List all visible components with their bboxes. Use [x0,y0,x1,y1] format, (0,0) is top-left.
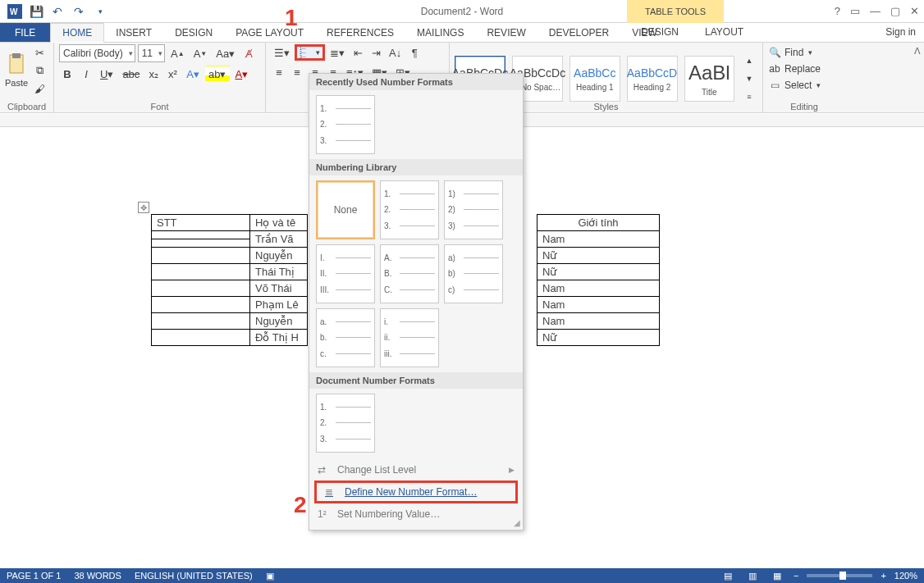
define-icon: ≣ [325,486,338,498]
editing-group-label: Editing [763,102,845,112]
zoom-in-icon[interactable]: + [881,571,885,581]
bullets-icon[interactable]: ☰▾ [271,44,293,61]
align-center-icon[interactable]: ≡ [289,64,305,80]
status-language[interactable]: ENGLISH (UNITED STATES) [135,571,253,581]
change-list-level-item: ⇄ Change List Level ▶ [309,461,523,479]
recent-formats-header: Recently Used Number Formats [309,74,523,90]
qat-customize-icon[interactable]: ▾ [90,2,110,20]
bold-button[interactable]: B [59,66,75,82]
styles-scroll-up-icon[interactable]: ▲ [741,52,757,69]
copy-icon[interactable]: ⧉ [31,62,48,79]
strikethrough-button[interactable]: abc [119,66,143,82]
grow-font-icon[interactable]: A▲ [167,45,188,61]
collapse-ribbon-icon[interactable]: ᐱ [914,46,921,57]
tab-home[interactable]: HOME [50,23,104,43]
tab-table-design[interactable]: DESIGN [628,23,692,41]
numbering-option[interactable]: 1.2.3. [316,95,375,154]
numbering-option[interactable]: None [316,180,375,239]
zoom-slider[interactable] [807,574,872,577]
style-title[interactable]: AaBlTitle [684,56,735,102]
macro-recording-icon[interactable]: ▣ [266,571,274,581]
minimize-icon[interactable]: — [870,5,881,17]
superscript-button[interactable]: x² [164,66,181,82]
numbering-option[interactable]: 1)2)3) [444,180,503,239]
status-page[interactable]: PAGE 1 OF 1 [7,571,61,581]
table-move-handle[interactable]: ✥ [138,202,149,213]
numbering-button[interactable]: 1—2—3— ▾ [295,44,325,61]
tab-insert[interactable]: INSERT [104,23,163,42]
tab-table-layout[interactable]: LAYOUT [692,23,757,41]
web-layout-icon[interactable]: ▦ [769,570,785,581]
document-table-left[interactable]: STTHọ và têTrần VăNguyễnThái ThịVõ TháiP… [151,214,308,346]
read-mode-icon[interactable]: ▤ [720,570,736,581]
numbering-option[interactable]: I.II.III. [316,244,375,303]
decrease-indent-icon[interactable]: ⇤ [350,44,366,61]
print-layout-icon[interactable]: ▥ [744,570,761,581]
save-icon[interactable]: 💾 [26,2,46,20]
zoom-level[interactable]: 120% [894,571,917,581]
status-bar: PAGE 1 OF 1 38 WORDS ENGLISH (UNITED STA… [0,568,924,583]
sign-in-link[interactable]: Sign in [885,26,916,38]
shrink-font-icon[interactable]: A▼ [190,45,211,61]
status-words[interactable]: 38 WORDS [74,571,121,581]
tab-references[interactable]: REFERENCES [315,23,405,42]
tab-page-layout[interactable]: PAGE LAYOUT [224,23,315,42]
contextual-tools-label: TABLE TOOLS [627,0,724,23]
tab-developer[interactable]: DEVELOPER [537,23,620,42]
tab-design[interactable]: DESIGN [163,23,224,42]
increase-indent-icon[interactable]: ⇥ [368,44,384,61]
numbering-option[interactable]: a.b.c. [316,308,375,367]
change-case-icon[interactable]: Aa▾ [213,45,238,61]
style-heading-2[interactable]: AaBbCcDHeading 2 [627,56,678,102]
clear-formatting-icon[interactable]: A̸ [240,45,257,61]
font-size-combo[interactable]: 11 [138,44,165,62]
show-marks-icon[interactable]: ¶ [406,44,423,61]
style-heading-1[interactable]: AaBbCcHeading 1 [569,56,620,102]
tab-file[interactable]: FILE [0,23,50,42]
select-button[interactable]: ▭Select▾ [768,77,821,93]
numbering-option[interactable]: a)b)c) [444,244,503,303]
document-title: Document2 - Word [421,6,503,17]
subscript-button[interactable]: x₂ [145,66,162,82]
tab-review[interactable]: REVIEW [475,23,537,42]
italic-button[interactable]: I [78,66,94,82]
paste-label: Paste [5,78,28,88]
font-group-label: Font [54,102,265,112]
help-icon[interactable]: ? [835,5,840,17]
redo-icon[interactable]: ↷ [69,2,89,20]
paste-button[interactable]: Paste [5,44,28,97]
tab-mailings[interactable]: MAILINGS [405,23,475,42]
find-icon: 🔍 [768,47,781,58]
styles-scroll-down-icon[interactable]: ▼ [741,71,757,87]
document-table-right[interactable]: Giới tínhNamNữNữNamNamNamNữ [537,214,660,346]
set-numbering-value-item: 1² Set Numbering Value… [309,505,523,523]
maximize-icon[interactable]: ▢ [890,5,900,17]
ribbon-display-icon[interactable]: ▭ [850,5,860,17]
undo-icon[interactable]: ↶ [48,2,67,20]
numbering-option[interactable]: 1.2.3. [316,394,375,453]
format-painter-icon[interactable]: 🖌 [31,80,48,97]
svg-rect-3 [12,53,21,58]
submenu-arrow-icon: ▶ [509,466,515,474]
cut-icon[interactable]: ✂ [31,44,48,61]
font-color-icon[interactable]: A▾ [232,66,252,82]
replace-button[interactable]: abReplace [768,61,821,77]
find-button[interactable]: 🔍Find▾ [768,44,812,61]
numbering-option[interactable]: 1.2.3. [380,180,439,239]
numbering-option[interactable]: i.ii.iii. [380,308,439,367]
underline-button[interactable]: U▾ [97,66,117,82]
multilevel-list-icon[interactable]: ≣▾ [327,44,348,61]
highlight-icon[interactable]: ab▾ [205,66,229,82]
define-new-number-format-item[interactable]: ≣ Define New Number Format… [317,483,515,501]
numbering-option[interactable]: A.B.C. [380,244,439,303]
dropdown-resize-grip-icon[interactable]: ◢ [514,518,520,527]
replace-icon: ab [768,63,781,75]
word-icon: W [5,2,25,20]
text-effects-icon[interactable]: A▾ [183,66,203,82]
align-left-icon[interactable]: ≡ [271,64,287,80]
close-icon[interactable]: ✕ [910,5,919,17]
font-name-combo[interactable]: Calibri (Body) [59,44,135,62]
annotation-1: 1 [285,5,298,31]
zoom-out-icon[interactable]: − [794,571,798,581]
sort-icon[interactable]: A↓ [386,44,405,61]
